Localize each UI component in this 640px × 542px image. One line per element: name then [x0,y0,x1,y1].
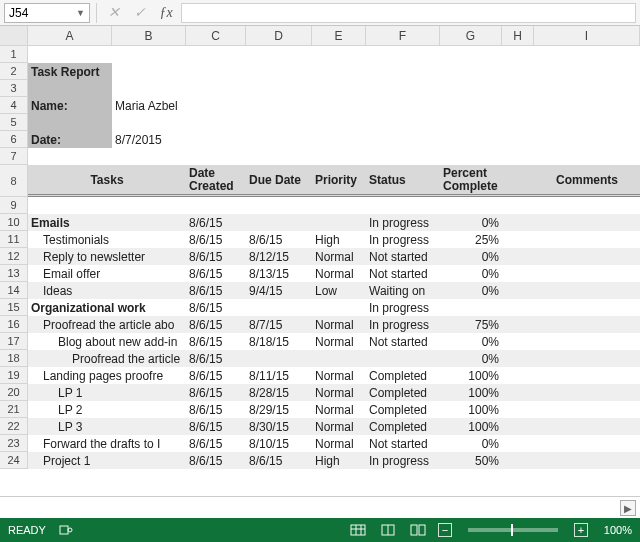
hdr-tasks[interactable]: Tasks [28,165,186,197]
cell[interactable] [246,197,312,214]
row-header[interactable]: 24 [0,452,28,469]
priority-cell[interactable]: Normal [312,248,366,265]
due-cell[interactable]: 8/11/15 [246,367,312,384]
created-cell[interactable]: 8/6/15 [186,333,246,350]
cell[interactable] [534,316,640,333]
row-header[interactable]: 17 [0,333,28,350]
pct-cell[interactable]: 50% [440,452,502,469]
cell[interactable] [502,148,534,165]
pct-cell[interactable]: 75% [440,316,502,333]
due-cell[interactable]: 8/13/15 [246,265,312,282]
due-cell[interactable] [246,214,312,231]
meta-name[interactable]: Maria Azbel [112,97,186,114]
hdr-due[interactable]: Due Date [246,165,312,197]
cell[interactable] [502,248,534,265]
task-cell[interactable]: Testimonials [28,231,186,248]
spreadsheet-grid[interactable]: ABCDEFGHI12Task Report34Name:Maria Azbel… [0,26,640,469]
status-cell[interactable]: In progress [366,452,440,469]
cell[interactable] [502,384,534,401]
cell[interactable] [534,333,640,350]
label-date[interactable]: Date: [28,131,112,148]
cell[interactable] [186,80,246,97]
row-header[interactable]: 14 [0,282,28,299]
cell[interactable] [502,282,534,299]
pct-cell[interactable]: 0% [440,214,502,231]
cell[interactable] [366,197,440,214]
cell[interactable] [534,231,640,248]
cell[interactable] [502,80,534,97]
cell[interactable] [502,367,534,384]
row-header[interactable]: 3 [0,80,28,97]
pct-cell[interactable]: 0% [440,435,502,452]
cell[interactable] [186,114,246,131]
task-cell[interactable]: Blog about new add-in [28,333,186,350]
cell[interactable] [246,97,312,114]
view-normal-icon[interactable] [348,522,368,538]
priority-cell[interactable] [312,214,366,231]
hdr-priority[interactable]: Priority [312,165,366,197]
cell[interactable] [246,46,312,63]
cell[interactable] [366,114,440,131]
cell[interactable] [440,97,502,114]
cell[interactable] [502,435,534,452]
created-cell[interactable]: 8/6/15 [186,214,246,231]
due-cell[interactable]: 8/29/15 [246,401,312,418]
zoom-slider[interactable] [468,528,558,532]
cell[interactable] [502,350,534,367]
cell[interactable] [246,114,312,131]
cell[interactable] [534,350,640,367]
status-cell[interactable]: Completed [366,384,440,401]
title-blank[interactable] [28,80,112,97]
cell[interactable] [312,114,366,131]
status-cell[interactable]: In progress [366,214,440,231]
created-cell[interactable]: 8/6/15 [186,265,246,282]
row-header[interactable]: 15 [0,299,28,316]
label-name[interactable]: Name: [28,97,112,114]
cell[interactable] [502,97,534,114]
cell[interactable] [502,299,534,316]
cell[interactable] [534,367,640,384]
created-cell[interactable]: 8/6/15 [186,248,246,265]
cell[interactable] [502,231,534,248]
pct-cell[interactable] [440,299,502,316]
cell[interactable] [534,214,640,231]
cell[interactable] [312,46,366,63]
created-cell[interactable]: 8/6/15 [186,350,246,367]
priority-cell[interactable]: Normal [312,418,366,435]
row-header[interactable]: 6 [0,131,28,148]
pct-cell[interactable]: 0% [440,282,502,299]
cell[interactable] [246,131,312,148]
due-cell[interactable] [246,350,312,367]
select-all-corner[interactable] [0,26,28,46]
cell[interactable] [534,131,640,148]
priority-cell[interactable]: High [312,231,366,248]
created-cell[interactable]: 8/6/15 [186,367,246,384]
pct-cell[interactable]: 0% [440,265,502,282]
cell[interactable] [502,131,534,148]
formula-input[interactable] [181,3,636,23]
cell[interactable] [312,80,366,97]
cell[interactable] [186,131,246,148]
view-page-break-icon[interactable] [408,522,428,538]
cell[interactable] [312,131,366,148]
task-cell[interactable]: Reply to newsletter [28,248,186,265]
status-cell[interactable]: Waiting on [366,282,440,299]
row-header[interactable]: 4 [0,97,28,114]
cell[interactable] [534,114,640,131]
cell[interactable] [534,282,640,299]
cell[interactable] [534,435,640,452]
created-cell[interactable]: 8/6/15 [186,282,246,299]
cell[interactable] [534,265,640,282]
cell[interactable] [502,316,534,333]
task-cell[interactable]: LP 2 [28,401,186,418]
priority-cell[interactable]: Low [312,282,366,299]
due-cell[interactable]: 8/12/15 [246,248,312,265]
row-header[interactable]: 11 [0,231,28,248]
priority-cell[interactable]: Normal [312,367,366,384]
cell[interactable] [534,46,640,63]
cell[interactable] [28,197,112,214]
status-cell[interactable]: In progress [366,231,440,248]
cell[interactable] [440,131,502,148]
priority-cell[interactable]: Normal [312,435,366,452]
cell[interactable] [502,114,534,131]
